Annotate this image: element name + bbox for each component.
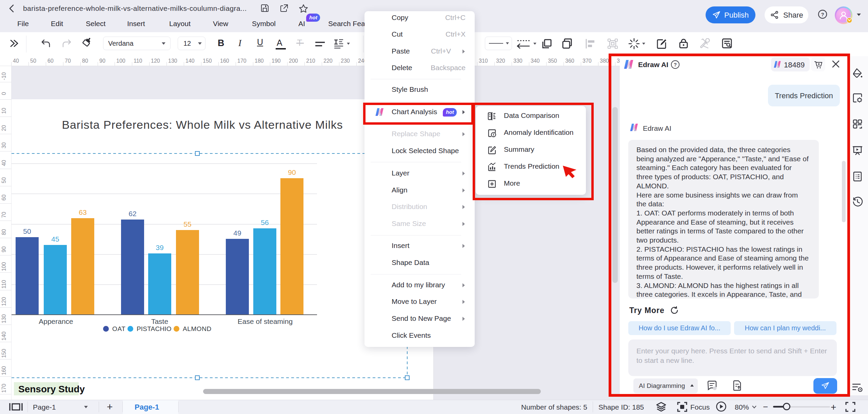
svg-text:?: ?	[821, 12, 824, 17]
